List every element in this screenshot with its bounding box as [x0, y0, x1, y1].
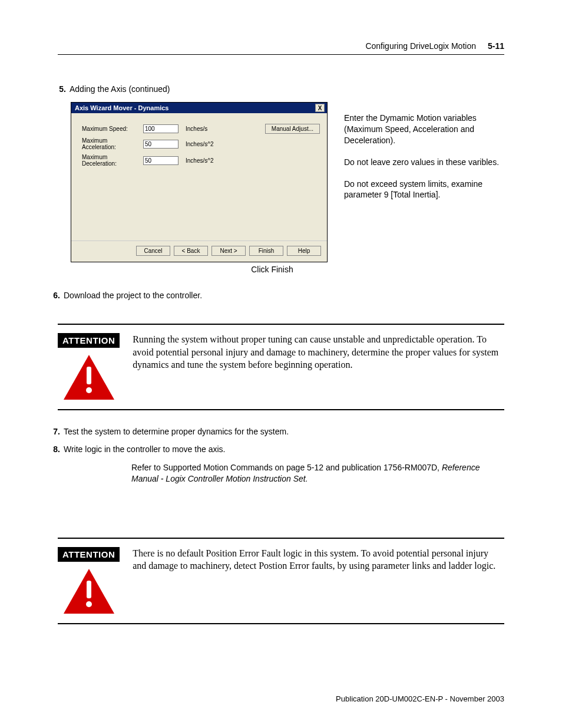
dialog-titlebar: Axis Wizard Mover - Dynamics X — [71, 103, 327, 113]
manual-adjust-button[interactable]: Manual Adjust... — [265, 124, 320, 134]
attention-block-1: ATTENTION Running the system without pro… — [58, 324, 504, 410]
step-number: 7. — [49, 427, 60, 436]
max-decel-input[interactable] — [143, 156, 178, 165]
footer-publication: Publication 20D-UM002C-EN-P - November 2… — [336, 694, 504, 703]
header-rule — [58, 54, 504, 55]
attention-block-2: ATTENTION There is no default Position E… — [58, 538, 504, 624]
svg-rect-4 — [87, 581, 91, 598]
finish-button[interactable]: Finish — [249, 246, 283, 256]
max-accel-row: Maximum Acceleration: Inches/s^2 — [82, 137, 320, 150]
cancel-button[interactable]: Cancel — [136, 246, 170, 256]
warning-icon — [62, 354, 115, 401]
warning-icon — [62, 568, 115, 615]
step-5: 5. Adding the Axis (continued) — [58, 84, 504, 94]
max-decel-row: Maximum Deceleration: Inches/s^2 — [82, 154, 320, 167]
close-icon[interactable]: X — [315, 104, 325, 112]
next-button[interactable]: Next > — [211, 246, 246, 256]
attention-text: There is no default Position Error Fault… — [133, 547, 504, 615]
help-button[interactable]: Help — [287, 246, 321, 256]
max-decel-label: Maximum Deceleration: — [82, 154, 138, 167]
svg-point-2 — [86, 387, 92, 393]
max-speed-input[interactable] — [143, 124, 178, 133]
attention-label: ATTENTION — [58, 547, 120, 562]
step-6: 6. Download the project to the controlle… — [52, 291, 504, 300]
attention-label: ATTENTION — [58, 333, 120, 348]
click-finish-caption: Click Finish — [217, 265, 328, 274]
step-number: 8. — [49, 444, 60, 454]
axis-wizard-dialog: Axis Wizard Mover - Dynamics X Maximum S… — [71, 102, 328, 262]
max-speed-unit: Inches/s — [186, 126, 207, 132]
svg-rect-1 — [87, 367, 91, 384]
step-text: Test the system to determine proper dyna… — [64, 427, 289, 436]
attention-text: Running the system without proper tuning… — [133, 333, 504, 401]
dialog-button-row: Cancel < Back Next > Finish Help — [71, 241, 327, 262]
header-page-number: 5-11 — [488, 41, 504, 51]
svg-point-5 — [86, 601, 92, 607]
max-speed-label: Maximum Speed: — [82, 126, 138, 132]
step5-side-text: Enter the Dymamic Motion variables (Maxi… — [344, 102, 504, 211]
page-header: Configuring DriveLogix Motion 5-11 — [58, 41, 504, 51]
header-title: Configuring DriveLogix Motion — [365, 41, 476, 51]
back-button[interactable]: < Back — [174, 246, 208, 256]
step-8: 8. Write logic in the controller to move… — [52, 444, 504, 454]
step-number: 5. — [55, 84, 66, 94]
step-text: Write logic in the controller to move th… — [64, 444, 225, 454]
step-number: 6. — [49, 291, 60, 300]
max-accel-input[interactable] — [143, 140, 178, 149]
step-text: Adding the Axis (continued) — [70, 84, 170, 94]
side-p2: Do not leave zero values in these varibl… — [344, 157, 504, 168]
side-p1: Enter the Dymamic Motion variables (Maxi… — [344, 113, 504, 146]
step-text: Download the project to the controller. — [64, 291, 202, 300]
reference-block: Refer to Supported Motion Commands on pa… — [131, 462, 504, 485]
max-speed-row: Maximum Speed: Inches/s Manual Adjust... — [82, 124, 320, 134]
max-accel-unit: Inches/s^2 — [186, 141, 214, 147]
side-p3: Do not exceed system limits, examine par… — [344, 179, 504, 201]
step-7: 7. Test the system to determine proper d… — [52, 427, 504, 436]
dialog-title: Axis Wizard Mover - Dynamics — [75, 104, 168, 111]
max-decel-unit: Inches/s^2 — [186, 157, 214, 164]
max-accel-label: Maximum Acceleration: — [82, 137, 138, 150]
reference-text: Refer to Supported Motion Commands on pa… — [131, 463, 442, 472]
